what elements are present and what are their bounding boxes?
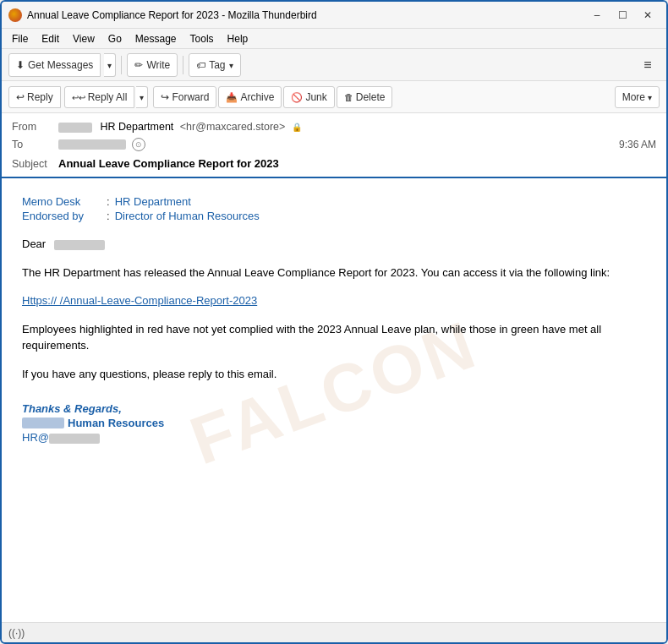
- memo-desk-val: HR Department: [115, 195, 191, 208]
- endorsed-row: Endorsed by : Director of Human Resource…: [22, 210, 646, 222]
- archive-icon: [226, 91, 238, 103]
- app-logo: [8, 8, 22, 22]
- forward-icon: [161, 91, 169, 103]
- menu-help[interactable]: Help: [221, 31, 255, 46]
- email-content: Memo Desk : HR Department Endorsed by : …: [22, 195, 646, 444]
- email-body: FALCON Memo Desk : HR Department Endorse…: [2, 178, 666, 622]
- wifi-icon: ((·)): [8, 627, 25, 639]
- greeting-para: Dear: [22, 236, 646, 253]
- from-label: From: [12, 121, 58, 133]
- toolbar-sep-1: [121, 56, 122, 74]
- forward-button[interactable]: Forward: [153, 86, 216, 108]
- toolbar-right: ≡: [636, 53, 660, 77]
- statusbar: ((·)): [2, 622, 666, 642]
- tag-button[interactable]: Tag: [189, 53, 240, 77]
- sig-email-blurred: [49, 434, 100, 444]
- sig-thanks: Thanks & Regards,: [22, 402, 646, 415]
- archive-label: Archive: [240, 91, 274, 103]
- email-action-bar: Reply Reply All Forward Archive Junk Del…: [2, 81, 666, 113]
- from-avatar-blurred: [58, 123, 92, 133]
- reply-all-icon: [72, 91, 85, 103]
- more-dropdown-icon: [648, 91, 652, 103]
- sig-email-prefix: HR@: [22, 431, 49, 444]
- from-name: HR Department: [100, 121, 173, 133]
- menu-file[interactable]: File: [5, 31, 35, 46]
- delete-icon: [344, 91, 353, 103]
- get-messages-button[interactable]: Get Messages: [8, 53, 101, 77]
- archive-button[interactable]: Archive: [218, 86, 282, 108]
- hamburger-menu-button[interactable]: ≡: [636, 53, 660, 77]
- to-address-blurred: [58, 139, 126, 150]
- reply-label: Reply: [27, 91, 53, 103]
- write-icon: [134, 59, 143, 71]
- menu-message[interactable]: Message: [129, 31, 183, 46]
- from-value: HR Department <hr@maxcared.store> 🔒: [58, 121, 656, 133]
- window-title: Annual Leave Compliance Report for 2023 …: [27, 9, 585, 21]
- junk-label: Junk: [305, 91, 326, 103]
- to-avatar-icon: ⊙: [132, 138, 145, 151]
- main-toolbar: Get Messages Write Tag ≡: [2, 49, 666, 81]
- subject-value: Annual Leave Compliance Report for 2023: [58, 157, 279, 170]
- to-value: ⊙: [58, 138, 619, 151]
- tag-icon: [196, 59, 205, 71]
- menu-tools[interactable]: Tools: [183, 31, 221, 46]
- memo-table: Memo Desk : HR Department Endorsed by : …: [22, 195, 646, 222]
- report-link[interactable]: Https:// /Annual-Leave-Compliance-Report…: [22, 294, 257, 307]
- reply-all-label: Reply All: [88, 91, 128, 103]
- close-button[interactable]: ✕: [636, 6, 660, 25]
- to-row: To ⊙ 9:36 AM: [12, 135, 656, 154]
- subject-label: Subject: [12, 158, 58, 170]
- body-para-2: Employees highlighted in red have not ye…: [22, 321, 646, 354]
- tag-label: Tag: [209, 59, 225, 71]
- endorsed-key: Endorsed by: [22, 210, 107, 222]
- endorsed-sep: :: [107, 210, 110, 222]
- tag-dropdown-icon: [229, 59, 233, 71]
- menu-go[interactable]: Go: [101, 31, 129, 46]
- get-messages-dropdown[interactable]: [104, 53, 116, 77]
- link-para: Https:// /Annual-Leave-Compliance-Report…: [22, 292, 646, 309]
- more-label: More: [622, 91, 645, 103]
- email-time: 9:36 AM: [619, 139, 656, 150]
- email-header: From HR Department <hr@maxcared.store> 🔒…: [2, 113, 666, 178]
- main-window: Annual Leave Compliance Report for 2023 …: [0, 0, 668, 644]
- menubar: File Edit View Go Message Tools Help: [2, 29, 666, 49]
- lock-icon: 🔒: [292, 123, 302, 132]
- email-signature: Thanks & Regards, Human Resources HR@: [22, 402, 646, 444]
- get-messages-icon: [16, 59, 25, 71]
- junk-button[interactable]: Junk: [283, 86, 334, 108]
- sig-name-row: Human Resources: [22, 417, 646, 429]
- memo-desk-sep: :: [107, 195, 110, 208]
- write-label: Write: [146, 59, 170, 71]
- menu-edit[interactable]: Edit: [35, 31, 66, 46]
- recipient-name-blurred: [54, 240, 105, 250]
- junk-icon: [291, 91, 303, 103]
- body-para-1: The HR Department has released the Annua…: [22, 265, 646, 281]
- menu-view[interactable]: View: [66, 31, 101, 46]
- more-button[interactable]: More: [615, 86, 660, 108]
- get-messages-label: Get Messages: [28, 59, 93, 71]
- window-controls: – ☐ ✕: [585, 6, 660, 25]
- body-para-3: If you have any questions, please reply …: [22, 366, 646, 383]
- sig-name-blurred: [22, 418, 64, 428]
- memo-desk-row: Memo Desk : HR Department: [22, 195, 646, 208]
- from-email: <hr@maxcared.store>: [180, 121, 286, 133]
- delete-label: Delete: [356, 91, 386, 103]
- titlebar: Annual Leave Compliance Report for 2023 …: [2, 2, 666, 29]
- link-text: Https:// /Annual-Leave-Compliance-Report…: [22, 294, 257, 307]
- endorsed-val: Director of Human Resources: [115, 210, 260, 222]
- reply-button[interactable]: Reply: [8, 86, 61, 108]
- memo-desk-key: Memo Desk: [22, 195, 107, 208]
- reply-all-button[interactable]: Reply All: [64, 86, 135, 108]
- forward-label: Forward: [172, 91, 209, 103]
- reply-all-dropdown-icon: [140, 91, 144, 103]
- sig-dept: Human Resources: [68, 417, 164, 429]
- write-button[interactable]: Write: [127, 53, 178, 77]
- greeting-text: Dear: [22, 237, 46, 250]
- reply-all-dropdown[interactable]: [136, 86, 148, 108]
- sig-email: HR@: [22, 431, 646, 444]
- maximize-button[interactable]: ☐: [611, 6, 634, 25]
- from-row: From HR Department <hr@maxcared.store> 🔒: [12, 118, 656, 135]
- minimize-button[interactable]: –: [585, 6, 609, 25]
- dropdown-arrow-icon: [107, 59, 112, 71]
- delete-button[interactable]: Delete: [337, 86, 393, 108]
